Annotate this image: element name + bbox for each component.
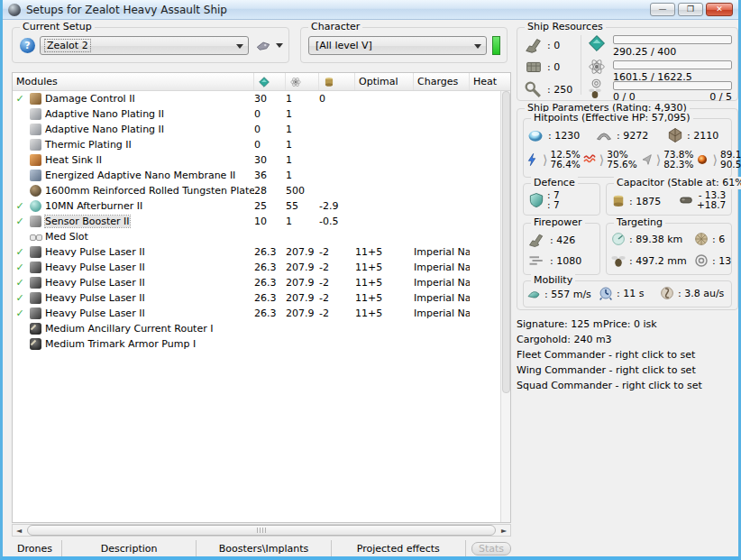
tab-description[interactable]: Description	[62, 540, 197, 556]
horizontal-scrollbar[interactable]: ◄ ►	[12, 524, 511, 537]
column-modules[interactable]: Modules	[13, 73, 254, 90]
fleet-commander-text[interactable]: Fleet Commander - right click to set	[517, 349, 695, 361]
column-heat[interactable]: Heat	[470, 73, 502, 90]
help-icon[interactable]: ?	[20, 38, 35, 53]
column-powergrid[interactable]	[286, 73, 319, 90]
module-row[interactable]: Heat Sink II 30 1	[13, 152, 510, 168]
module-row[interactable]: ✓ Heavy Pulse Laser II 26.3 207.9 -2 11+…	[13, 290, 510, 306]
column-optimal[interactable]: Optimal	[355, 73, 414, 90]
module-row[interactable]: Energized Adaptive Nano Membrane II 36 1	[13, 168, 510, 183]
laser-module-icon	[30, 277, 41, 289]
scroll-right-icon[interactable]: ►	[498, 525, 510, 536]
capacitor-capacity: : 1875	[629, 196, 661, 207]
module-cpu: 28	[254, 183, 286, 198]
turret-hardpoint-icon	[523, 35, 544, 55]
column-charges[interactable]: Charges	[414, 73, 470, 90]
module-row[interactable]: Adaptive Nano Plating II 0 1	[13, 122, 510, 137]
column-cpu[interactable]	[254, 73, 286, 90]
vertical-scrollbar-thumb[interactable]	[502, 91, 510, 393]
setup-actions-button[interactable]	[254, 37, 283, 53]
module-row[interactable]: Adaptive Nano Plating II 0 1	[13, 106, 510, 122]
module-row[interactable]: ✓ Heavy Pulse Laser II 26.3 207.9 -2 11+…	[13, 244, 510, 260]
module-cap-use: -2	[319, 260, 355, 275]
chevron-down-icon	[236, 44, 243, 49]
module-powergrid: 1	[286, 122, 319, 137]
module-row[interactable]: ✓ Heavy Pulse Laser II 26.3 207.9 -2 11+…	[13, 275, 510, 290]
column-capacitor[interactable]	[319, 73, 355, 90]
module-row[interactable]: Medium Trimark Armor Pump I	[13, 336, 510, 352]
bottom-tabs: Drones Description Boosters\Implants Pro…	[12, 540, 511, 556]
module-row[interactable]: ✓ Sensor Booster II 10 1 -0.5	[13, 214, 510, 229]
kinetic-armor-resist: 82.3%	[663, 160, 693, 170]
launcher-slots-value: : 0	[547, 61, 560, 73]
eft-window: Setups for Zealot Heavy Assault Ship — ❐…	[0, 0, 741, 560]
character-select[interactable]: [All level V]	[308, 36, 487, 55]
module-charges: Imperial Na...	[414, 290, 470, 306]
max-targets-icon	[693, 231, 709, 247]
defence-group: Defence : 7: 7	[523, 183, 600, 216]
module-name: Energized Adaptive Nano Membrane II	[43, 168, 254, 183]
module-row[interactable]: ✓ Heavy Pulse Laser II 26.3 207.9 -2 11+…	[13, 306, 510, 321]
module-cpu: 0	[254, 122, 286, 137]
titlebar[interactable]: Setups for Zealot Heavy Assault Ship — ❐…	[3, 0, 738, 20]
capacitor-title: Capacitor (Stable at: 61%)	[614, 177, 741, 189]
tab-projected-effects[interactable]: Projected effects	[332, 540, 466, 556]
shield-hp-value: : 1230	[548, 130, 580, 142]
recharge-icon	[677, 192, 695, 208]
drone-bar	[613, 81, 732, 90]
kinetic-resist-icon	[639, 151, 654, 168]
module-name: Heavy Pulse Laser II	[43, 260, 254, 275]
module-name: Medium Ancillary Current Router I	[43, 321, 254, 336]
rig-module-icon	[30, 323, 41, 335]
fitted-check-icon: ✓	[13, 275, 27, 290]
module-name: Heat Sink II	[43, 152, 254, 168]
module-row[interactable]: Thermic Plating II 0 1	[13, 137, 510, 152]
module-name: Sensor Booster II	[43, 214, 254, 229]
tab-drones[interactable]: Drones	[12, 540, 62, 556]
horizontal-scrollbar-thumb[interactable]	[27, 525, 496, 536]
module-optimal: 11+5	[355, 244, 414, 260]
module-row[interactable]: ✓ Heavy Pulse Laser II 26.3 207.9 -2 11+…	[13, 260, 510, 275]
stats-button[interactable]: Stats	[471, 542, 511, 555]
module-charges: Imperial Na...	[414, 244, 470, 260]
module-row[interactable]: Med Slot	[13, 229, 510, 244]
modules-table-header[interactable]: Modules Optimal Charges Heat	[13, 73, 510, 91]
current-setup-label: Current Setup	[20, 21, 95, 33]
module-cpu: 30	[254, 91, 286, 106]
vertical-scrollbar[interactable]	[500, 91, 510, 522]
structure-hp-icon	[666, 126, 684, 144]
squad-commander-text[interactable]: Squad Commander - right click to set	[517, 380, 702, 391]
module-row[interactable]: 1600mm Reinforced Rolled Tungsten Plates…	[13, 183, 510, 198]
ship-parameters-group: Ship Parameters (Rating: 4,930) Hitpoint…	[517, 108, 738, 310]
fitted-check-icon: ✓	[13, 306, 27, 321]
scroll-left-icon[interactable]: ◄	[13, 525, 25, 536]
fitted-check-icon: ✓	[13, 260, 27, 275]
minimize-button[interactable]: —	[650, 3, 675, 16]
align-time-value: : 11 s	[617, 288, 644, 299]
defence-shield-icon	[527, 191, 545, 209]
module-cpu: 26.3	[254, 244, 286, 260]
module-cpu: 30	[254, 152, 286, 168]
tab-boosters-implants[interactable]: Boosters\Implants	[197, 540, 331, 556]
module-cap-use: -2	[319, 244, 355, 260]
cpu-icon	[258, 76, 270, 88]
module-row[interactable]: ✓ 10MN Afterburner II 25 55 -2.9	[13, 198, 510, 214]
module-cap-use: -2	[319, 306, 355, 321]
empty-module-icon	[30, 231, 41, 243]
module-name: Heavy Pulse Laser II	[43, 290, 254, 306]
module-row[interactable]: ✓ Damage Control II 30 1 0	[13, 91, 510, 106]
setup-select[interactable]: Zealot 2	[40, 36, 249, 55]
module-powergrid: 1	[286, 152, 319, 168]
chevron-down-icon	[276, 43, 283, 48]
module-optimal: 11+5	[355, 306, 414, 321]
wing-commander-text[interactable]: Wing Commander - right click to set	[517, 364, 696, 376]
module-row[interactable]: Medium Ancillary Current Router I	[13, 321, 510, 336]
plating-module-icon	[30, 124, 41, 135]
cpu-bar	[613, 35, 732, 44]
maximize-button[interactable]: ❐	[678, 3, 703, 16]
character-label: Character	[308, 21, 362, 33]
dps-icon	[526, 252, 547, 269]
app-icon	[8, 4, 21, 16]
module-cpu: 36	[254, 168, 286, 183]
close-button[interactable]: ✕	[706, 3, 733, 16]
